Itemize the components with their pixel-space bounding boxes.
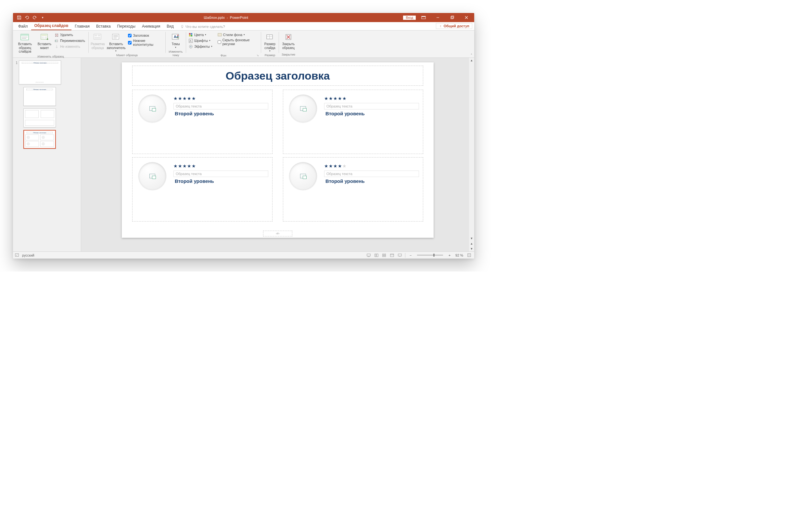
hide-bg-checkbox[interactable]: Скрыть фоновые рисунки <box>216 38 259 46</box>
normal-view-button[interactable] <box>373 253 380 258</box>
app-name: PowerPoint <box>230 15 248 19</box>
effects-button[interactable]: Эффекты▾ <box>187 44 214 49</box>
text-placeholder[interactable]: Образец текста <box>324 103 419 110</box>
level2-text[interactable]: Второй уровень <box>175 111 214 116</box>
svg-rect-8 <box>22 38 26 39</box>
text-placeholder[interactable]: Образец текста <box>173 171 268 177</box>
card-top-left[interactable]: ★★★★★ Образец текста Второй уровень <box>132 90 272 154</box>
insert-slide-master-button[interactable]: Вставить образец слайдов <box>14 32 36 54</box>
sorter-view-button[interactable] <box>381 253 387 258</box>
svg-rect-47 <box>385 254 386 255</box>
tab-slide-master[interactable]: Образец слайдов <box>31 22 72 30</box>
themes-button[interactable]: Aa Темы ▾ <box>167 32 184 49</box>
zoom-slider[interactable] <box>417 255 443 256</box>
zoom-level[interactable]: 92 % <box>454 253 465 257</box>
svg-rect-3 <box>451 16 453 19</box>
footers-checkbox[interactable]: Нижние колонтитулы <box>127 38 164 47</box>
title-placeholder[interactable]: Образец заголовка <box>132 66 423 86</box>
zoom-in-button[interactable]: + <box>446 253 453 258</box>
workspace: 1 Образец заголовка Образец заголовка Об… <box>13 58 474 251</box>
rating-stars: ★★★★★ <box>324 96 347 101</box>
scroll-down-icon[interactable]: ▼ <box>469 236 474 241</box>
share-button[interactable]: Общий доступ <box>436 23 472 29</box>
level2-text[interactable]: Второй уровень <box>175 178 214 184</box>
page-number-placeholder[interactable]: ‹#› <box>263 230 292 237</box>
minimize-button[interactable] <box>431 13 444 22</box>
picture-placeholder[interactable] <box>289 94 317 122</box>
zoom-out-button[interactable]: − <box>407 253 414 258</box>
colors-button[interactable]: Цвета▾ <box>187 32 214 38</box>
slide[interactable]: Образец заголовка ★★★★★ Образец текста В… <box>122 62 434 238</box>
svg-rect-18 <box>94 35 97 36</box>
insert-placeholder-button[interactable]: Вставить заполнитель ▾ <box>106 32 126 53</box>
thumbnail-panel[interactable]: 1 Образец заголовка Образец заголовка Об… <box>13 58 81 251</box>
maximize-button[interactable] <box>445 13 459 22</box>
svg-rect-4 <box>452 16 454 18</box>
reading-view-button[interactable] <box>389 253 395 258</box>
svg-text:+: + <box>46 37 48 41</box>
tab-view[interactable]: Вид <box>163 23 177 30</box>
text-placeholder[interactable]: Образец текста <box>173 103 268 110</box>
picture-icon <box>300 106 306 111</box>
insert-layout-button[interactable]: + Вставить макет <box>36 32 53 50</box>
tab-transitions[interactable]: Переходы <box>114 23 139 30</box>
tab-file[interactable]: Файл <box>15 23 31 30</box>
save-button[interactable] <box>15 14 23 21</box>
group-close: Закрыть образец Закрытие <box>279 31 298 57</box>
svg-rect-52 <box>398 254 401 256</box>
svg-rect-10 <box>42 35 47 36</box>
tab-home[interactable]: Главная <box>72 23 93 30</box>
background-styles-button[interactable]: Стили фона▾ <box>216 32 259 38</box>
status-language[interactable]: русский <box>22 253 34 257</box>
picture-placeholder[interactable] <box>138 94 166 122</box>
tell-me[interactable]: Что вы хотите сделать? <box>177 23 228 30</box>
tab-animations[interactable]: Анимация <box>139 23 163 30</box>
card-bottom-right[interactable]: ★★★★★ Образец текста Второй уровень <box>283 157 423 221</box>
ribbon-display-button[interactable] <box>417 13 430 22</box>
text-placeholder[interactable]: Образец текста <box>324 171 419 177</box>
notes-button[interactable] <box>366 253 372 258</box>
rename-button[interactable]: Переименовать <box>53 38 86 44</box>
title-checkbox[interactable]: Заголовок <box>127 33 164 38</box>
fonts-button[interactable]: A Шрифты▾ <box>187 38 214 44</box>
level2-text[interactable]: Второй уровень <box>326 178 365 184</box>
svg-text:A: A <box>190 39 191 43</box>
sign-in-button[interactable]: Вход <box>403 15 416 20</box>
card-bottom-left[interactable]: ★★★★★ Образец текста Второй уровень <box>132 157 272 221</box>
prev-slide-icon[interactable]: ▲ <box>469 241 474 246</box>
level2-text[interactable]: Второй уровень <box>326 111 365 116</box>
rating-stars: ★★★★★ <box>173 163 196 169</box>
layout-icon: + <box>40 33 49 41</box>
svg-rect-45 <box>377 254 378 257</box>
collapse-ribbon-button[interactable]: ˄ <box>471 53 472 57</box>
slide-size-button[interactable]: Размер слайда ▾ <box>262 32 277 53</box>
layout-thumbnail-3[interactable]: Образец заголовка <box>24 130 56 149</box>
scroll-up-icon[interactable]: ▲ <box>469 58 474 63</box>
undo-button[interactable] <box>24 14 31 21</box>
layout-thumbnail-1[interactable]: Образец заголовка <box>24 87 56 106</box>
spellcheck-icon[interactable] <box>15 253 19 257</box>
master-thumbnail[interactable]: Образец заголовка <box>19 60 61 84</box>
next-slide-icon[interactable]: ▼ <box>469 246 474 251</box>
slide-canvas-area[interactable]: Образец заголовка ★★★★★ Образец текста В… <box>81 58 474 251</box>
card-top-right[interactable]: ★★★★★ Образец текста Второй уровень <box>283 90 423 154</box>
slideshow-button[interactable] <box>396 253 403 258</box>
fit-to-window-button[interactable] <box>466 253 472 258</box>
bg-launcher-icon[interactable]: ↘ <box>257 54 259 57</box>
svg-rect-27 <box>177 35 178 36</box>
slide-master-icon <box>20 33 30 41</box>
delete-button[interactable]: Удалить <box>53 32 86 38</box>
picture-placeholder[interactable] <box>289 162 317 190</box>
placeholder-icon <box>112 33 121 41</box>
quick-access-toolbar: ▾ <box>13 14 49 21</box>
themes-icon: Aa <box>171 33 180 41</box>
layout-thumbnail-2[interactable] <box>24 109 56 127</box>
redo-button[interactable] <box>31 14 38 21</box>
tab-insert[interactable]: Вставка <box>93 23 114 30</box>
close-button[interactable] <box>460 13 473 22</box>
picture-placeholder[interactable] <box>138 162 166 190</box>
close-master-button[interactable]: Закрыть образец <box>280 32 297 50</box>
svg-rect-29 <box>177 37 178 38</box>
qat-customize[interactable]: ▾ <box>39 14 46 21</box>
vertical-scrollbar[interactable]: ▲ ▼ ▲ ▼ <box>469 58 474 251</box>
